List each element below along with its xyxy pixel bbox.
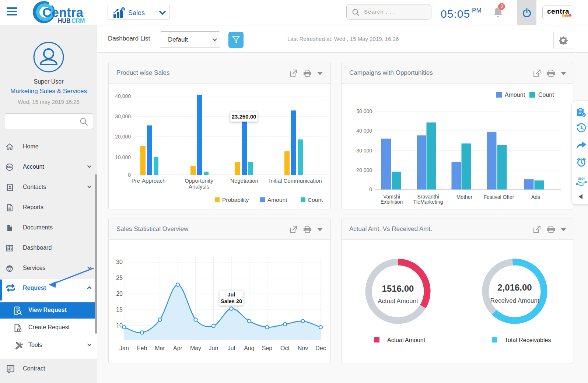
svg-text:Apr: Apr xyxy=(173,345,183,351)
svg-text:Amount: Amount xyxy=(267,197,287,203)
svg-text:20,000: 20,000 xyxy=(115,134,131,140)
svg-text:Count: Count xyxy=(538,92,554,98)
svg-text:$: $ xyxy=(122,8,124,11)
svg-text:Festival Offer: Festival Offer xyxy=(484,194,514,200)
svg-text:o: o xyxy=(569,15,571,17)
svg-text:Mar: Mar xyxy=(155,345,165,351)
svg-text:40 000: 40 000 xyxy=(356,128,372,134)
svg-text:Probability: Probability xyxy=(222,197,249,203)
svg-text:Feb: Feb xyxy=(137,345,147,351)
svg-text:10.000: 10.000 xyxy=(115,154,131,160)
svg-text:25: 25 xyxy=(116,275,123,281)
svg-text:Received Amount: Received Amount xyxy=(490,297,539,304)
svg-text:Nov: Nov xyxy=(298,345,308,351)
svg-text:Pre-Approach: Pre-Approach xyxy=(132,178,166,184)
svg-text:0: 0 xyxy=(369,186,372,192)
svg-text:Negotiation: Negotiation xyxy=(230,178,258,184)
svg-text:CRM: CRM xyxy=(71,18,85,24)
svg-text:Opportunity: Opportunity xyxy=(185,178,213,184)
svg-text:centra: centra xyxy=(547,7,569,15)
svg-text:Analysis: Analysis xyxy=(189,183,209,190)
svg-text:30,000: 30,000 xyxy=(115,113,131,119)
svg-text:1516.00: 1516.00 xyxy=(382,284,414,294)
svg-text:40,000: 40,000 xyxy=(115,93,131,99)
svg-text:30 000: 30 000 xyxy=(356,148,372,154)
svg-text:2,016.00: 2,016.00 xyxy=(497,282,532,292)
svg-text:15: 15 xyxy=(116,306,123,313)
svg-text:50 000: 50 000 xyxy=(356,108,372,114)
svg-text:Actual Amount: Actual Amount xyxy=(378,298,418,305)
svg-text:May: May xyxy=(190,345,201,351)
svg-text:Ads: Ads xyxy=(531,194,540,200)
svg-text:Jan: Jan xyxy=(119,345,129,351)
svg-text:0: 0 xyxy=(128,172,131,178)
svg-text:20: 20 xyxy=(116,291,123,297)
svg-text:Total Receivables: Total Receivables xyxy=(505,337,551,343)
svg-text:Initial Communication: Initial Communication xyxy=(269,178,322,184)
svg-text:e: e xyxy=(566,15,567,17)
svg-text:20 000: 20 000 xyxy=(356,167,372,173)
svg-text:Sep: Sep xyxy=(262,345,273,351)
svg-text:Actual Amount: Actual Amount xyxy=(387,337,426,343)
svg-text:Jul: Jul xyxy=(228,345,235,351)
svg-text:Sales 20: Sales 20 xyxy=(221,298,242,304)
svg-text:HUB: HUB xyxy=(58,18,71,24)
svg-text:360°: 360° xyxy=(578,177,585,180)
svg-text:Jun: Jun xyxy=(209,345,218,351)
svg-text:Oct: Oct xyxy=(280,345,290,351)
svg-text:Jul: Jul xyxy=(228,292,235,298)
svg-text:Dec: Dec xyxy=(315,345,326,351)
svg-text:30: 30 xyxy=(116,259,123,265)
svg-text:TleMarketing: TleMarketing xyxy=(413,199,443,205)
svg-text:Count: Count xyxy=(308,197,323,203)
svg-text:Aug: Aug xyxy=(244,345,254,351)
svg-text:Amount: Amount xyxy=(505,92,525,98)
svg-text:Exbihition: Exbihition xyxy=(381,199,403,205)
svg-text:Mother: Mother xyxy=(456,194,473,200)
svg-text:10: 10 xyxy=(116,322,123,328)
svg-text:n: n xyxy=(563,15,564,17)
svg-text:23.250.00: 23.250.00 xyxy=(232,113,256,120)
